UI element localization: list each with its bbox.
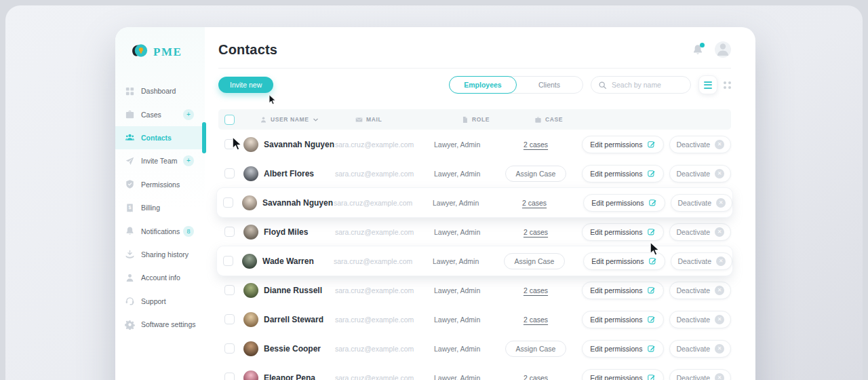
sidebar-item-billing[interactable]: $ Billing xyxy=(115,196,205,219)
sidebar-item-sharing-history[interactable]: Sharing history xyxy=(115,243,205,266)
edit-permissions-button[interactable]: Edit permissions xyxy=(583,252,665,270)
assign-case-button[interactable]: Assign Case xyxy=(505,166,567,182)
logo-text: PME xyxy=(153,45,182,59)
edit-permissions-button[interactable]: Edit permissions xyxy=(582,311,664,328)
assign-case-button[interactable]: Assign Case xyxy=(504,253,566,269)
table-row[interactable]: Albert Flores sara.cruz@example.com Lawy… xyxy=(218,159,731,188)
table-row[interactable]: Savannah Nguyen sara.cruz@example.com La… xyxy=(218,130,731,159)
invite-new-button[interactable]: Invite new xyxy=(218,77,273,93)
deactivate-button[interactable]: Deactivate ✕ xyxy=(669,223,731,241)
table-row[interactable]: Bessie Cooper sara.cruz@example.com Lawy… xyxy=(218,334,731,363)
row-checkbox[interactable] xyxy=(224,139,235,149)
contact-name: Darrell Steward xyxy=(264,315,323,324)
mail-icon xyxy=(355,116,363,124)
deactivate-button[interactable]: Deactivate ✕ xyxy=(669,369,731,380)
edit-label: Edit permissions xyxy=(590,345,642,353)
deactivate-button[interactable]: Deactivate ✕ xyxy=(671,252,732,270)
row-actions: Edit permissions Deactivate ✕ xyxy=(575,252,732,270)
sidebar-item-contacts[interactable]: Contacts xyxy=(115,126,205,149)
row-checkbox[interactable] xyxy=(224,343,235,354)
contact-role: Lawyer, Admin xyxy=(434,286,495,294)
assign-case-button[interactable]: Assign Case xyxy=(505,341,567,357)
case-cell: 2 cases xyxy=(495,316,576,324)
user-avatar[interactable] xyxy=(715,41,731,58)
table-row[interactable]: Dianne Russell sara.cruz@example.com Law… xyxy=(218,276,731,305)
notifications-bell-icon[interactable] xyxy=(692,43,704,56)
edit-permissions-button[interactable]: Edit permissions xyxy=(582,340,664,358)
x-circle-icon: ✕ xyxy=(715,169,724,178)
contact-type-tabs: Employees Clients xyxy=(449,76,583,94)
notifications-icon xyxy=(125,226,135,236)
deactivate-label: Deactivate xyxy=(676,374,710,380)
avatar xyxy=(243,225,258,240)
contact-name: Wade Warren xyxy=(262,256,314,266)
row-checkbox[interactable] xyxy=(224,373,235,380)
x-circle-icon: ✕ xyxy=(715,140,724,149)
sidebar-item-invite-team[interactable]: Invite Team + xyxy=(115,149,205,172)
edit-permissions-button[interactable]: Edit permissions xyxy=(583,194,665,212)
table-header: USER NAME MAIL ROLE CASE xyxy=(218,109,731,130)
table-row[interactable]: Darrell Steward sara.cruz@example.com La… xyxy=(218,305,731,334)
page-title: Contacts xyxy=(218,42,277,58)
deactivate-button[interactable]: Deactivate ✕ xyxy=(669,282,731,299)
contact-role: Lawyer, Admin xyxy=(433,257,494,265)
edit-label: Edit permissions xyxy=(590,170,642,178)
select-all-checkbox[interactable] xyxy=(224,115,235,125)
deactivate-button[interactable]: Deactivate ✕ xyxy=(671,194,732,212)
cases-link[interactable]: 2 cases xyxy=(524,140,548,149)
search-box[interactable] xyxy=(591,76,691,94)
sidebar-item-cases[interactable]: Cases + xyxy=(115,102,205,126)
tab-clients[interactable]: Clients xyxy=(516,77,583,93)
sidebar-item-permissions[interactable]: Permissions xyxy=(115,173,205,196)
contact-role: Lawyer, Admin xyxy=(434,316,495,324)
edit-permissions-button[interactable]: Edit permissions xyxy=(582,282,664,299)
row-actions: Edit permissions Deactivate ✕ xyxy=(576,282,731,299)
cases-link[interactable]: 2 cases xyxy=(524,286,548,294)
search-input[interactable] xyxy=(612,81,684,89)
edit-icon xyxy=(647,286,656,294)
cases-link[interactable]: 2 cases xyxy=(522,199,547,207)
grid-view-toggle[interactable] xyxy=(724,81,731,89)
table-row[interactable]: Wade Warren sara.cruz@example.com Lawyer… xyxy=(217,246,732,276)
deactivate-button[interactable]: Deactivate ✕ xyxy=(669,340,731,358)
deactivate-button[interactable]: Deactivate ✕ xyxy=(669,165,731,183)
cases-link[interactable]: 2 cases xyxy=(524,228,548,236)
edit-permissions-button[interactable]: Edit permissions xyxy=(582,165,664,183)
table-row[interactable]: Eleanor Pena sara.cruz@example.com Lawye… xyxy=(218,363,731,380)
sidebar-item-support[interactable]: Support xyxy=(115,290,205,313)
sidebar-item-dashboard[interactable]: Dashboard xyxy=(115,79,205,102)
column-header-user-name[interactable]: USER NAME xyxy=(241,116,334,124)
support-icon xyxy=(125,296,135,306)
cases-link[interactable]: 2 cases xyxy=(524,374,548,380)
edit-label: Edit permissions xyxy=(590,374,642,380)
deactivate-button[interactable]: Deactivate ✕ xyxy=(669,136,731,153)
cases-link[interactable]: 2 cases xyxy=(524,316,548,324)
deactivate-button[interactable]: Deactivate ✕ xyxy=(669,311,731,328)
user-cell: Dianne Russell xyxy=(241,283,334,298)
case-cell: 2 cases xyxy=(495,286,576,294)
sort-chevron-down-icon[interactable] xyxy=(312,116,319,124)
row-checkbox[interactable] xyxy=(224,227,235,237)
plus-badge[interactable]: + xyxy=(183,155,194,166)
row-checkbox[interactable] xyxy=(224,314,235,324)
sidebar-item-label: Invite Team xyxy=(141,157,178,165)
table-row[interactable]: Savannah Nguyen sara.cruz@example.com La… xyxy=(217,188,732,217)
table-row[interactable]: Floyd Miles sara.cruz@example.com Lawyer… xyxy=(218,217,731,246)
row-checkbox[interactable] xyxy=(224,168,235,178)
case-cell: 2 cases xyxy=(494,199,575,207)
edit-permissions-button[interactable]: Edit permissions xyxy=(582,223,664,241)
edit-permissions-button[interactable]: Edit permissions xyxy=(582,136,664,153)
tab-employees[interactable]: Employees xyxy=(449,76,517,94)
row-checkbox[interactable] xyxy=(223,256,233,266)
plus-badge[interactable]: + xyxy=(183,109,194,120)
row-checkbox[interactable] xyxy=(223,197,233,208)
sidebar-item-label: Contacts xyxy=(141,134,172,142)
edit-icon xyxy=(647,169,656,178)
list-view-toggle[interactable] xyxy=(698,75,717,94)
edit-permissions-button[interactable]: Edit permissions xyxy=(582,369,664,380)
sidebar-item-software-settings[interactable]: Software settings xyxy=(115,313,205,336)
row-actions: Edit permissions Deactivate ✕ xyxy=(576,369,731,380)
sidebar-item-notifications[interactable]: Notifications 8 xyxy=(115,219,205,242)
row-checkbox[interactable] xyxy=(224,285,235,295)
sidebar-item-account-info[interactable]: Account info xyxy=(115,266,205,289)
